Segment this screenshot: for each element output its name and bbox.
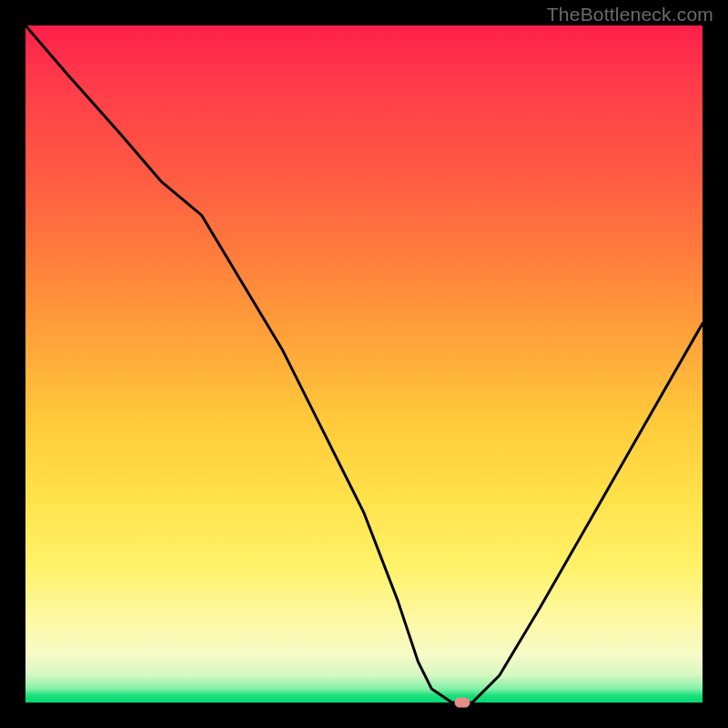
watermark-text: TheBottleneck.com (547, 4, 713, 25)
optimal-marker (454, 698, 470, 708)
bottleneck-curve (25, 25, 703, 703)
plot-area (25, 25, 703, 703)
chart-frame: TheBottleneck.com (0, 0, 728, 728)
